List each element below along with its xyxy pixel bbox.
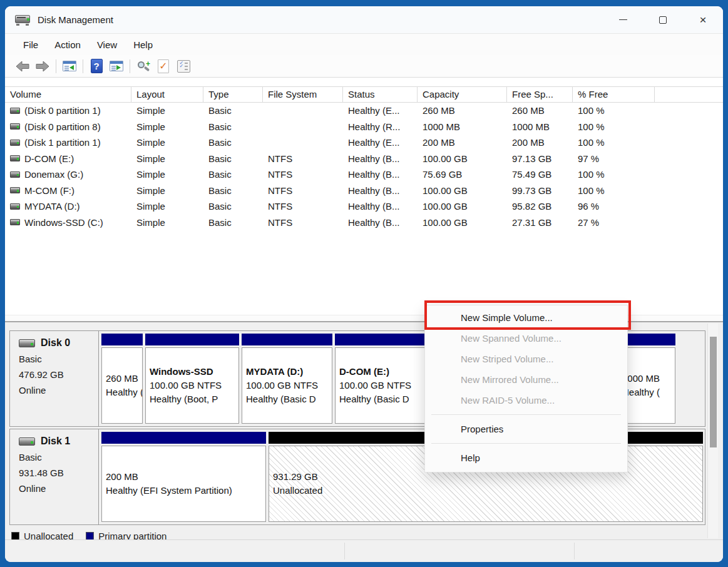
table-row[interactable]: (Disk 1 partition 1)SimpleBasicHealthy (… bbox=[5, 135, 723, 151]
rescan-disks-button[interactable]: + bbox=[133, 58, 153, 75]
column-header-type[interactable]: Type bbox=[203, 87, 263, 102]
volume-drive-icon bbox=[10, 155, 20, 161]
menu-action[interactable]: Action bbox=[46, 34, 89, 55]
cell-volume: (Disk 1 partition 1) bbox=[5, 137, 131, 148]
partition-header-bar bbox=[101, 334, 143, 345]
partition-mydata-d-[interactable]: MYDATA (D:)100.00 GB NTFSHealthy (Basic … bbox=[242, 334, 332, 424]
table-row[interactable]: (Disk 0 partition 8)SimpleBasicHealthy (… bbox=[5, 119, 723, 135]
partition-body: D-COM (E:)100.00 GB NTFSHealthy (Basic D bbox=[335, 347, 426, 424]
menu-file[interactable]: File bbox=[15, 34, 46, 55]
partition-size: 100.00 GB NTFS bbox=[150, 379, 222, 392]
cell-layout: Simple bbox=[131, 121, 203, 132]
volume-table-header: VolumeLayoutTypeFile SystemStatusCapacit… bbox=[5, 86, 723, 103]
cell-pct_free: 27 % bbox=[573, 217, 655, 228]
check-document-button[interactable]: ✓ bbox=[153, 58, 173, 75]
show-console-tree-button[interactable] bbox=[59, 58, 79, 75]
volume-name: Donemax (G:) bbox=[24, 169, 83, 180]
context-menu-item-properties[interactable]: Properties bbox=[425, 419, 627, 439]
partition-status: Healthy (EFI Sys bbox=[106, 386, 143, 399]
cell-free: 97.13 GB bbox=[507, 153, 573, 164]
minimize-icon bbox=[619, 19, 627, 20]
show-action-pane-button[interactable] bbox=[106, 58, 126, 75]
disk-icon bbox=[19, 437, 35, 446]
cell-type: Basic bbox=[203, 169, 263, 180]
disk-status: Online bbox=[19, 382, 98, 398]
cell-status: Healthy (E... bbox=[343, 105, 418, 116]
volume-drive-icon bbox=[10, 171, 20, 178]
cell-layout: Simple bbox=[131, 153, 203, 164]
partition-size: 1000 MB bbox=[622, 372, 660, 386]
cell-capacity: 100.00 GB bbox=[418, 201, 507, 212]
column-header-file-system[interactable]: File System bbox=[263, 87, 343, 102]
cell-fs: NTFS bbox=[263, 217, 343, 228]
cell-free: 260 MB bbox=[507, 105, 573, 116]
check-document-icon: ✓ bbox=[158, 59, 169, 73]
cell-volume: M-COM (F:) bbox=[5, 185, 131, 196]
partition-status: Unallocated bbox=[273, 484, 322, 498]
cell-layout: Simple bbox=[131, 137, 203, 148]
partition-260-mb[interactable]: 260 MBHealthy (EFI Sys bbox=[101, 334, 143, 424]
scrollbar-thumb[interactable] bbox=[710, 337, 717, 447]
help-button[interactable]: ? bbox=[86, 58, 106, 75]
context-menu-separator bbox=[431, 443, 621, 444]
partition-header-bar bbox=[145, 334, 239, 345]
cell-volume: Donemax (G:) bbox=[5, 169, 131, 180]
cell-pct_free: 100 % bbox=[573, 105, 655, 116]
partition-size: 200 MB bbox=[106, 470, 232, 484]
column-header-status[interactable]: Status bbox=[343, 87, 418, 102]
table-row[interactable]: Windows-SSD (C:)SimpleBasicNTFSHealthy (… bbox=[5, 215, 723, 231]
menu-help[interactable]: Help bbox=[125, 34, 161, 55]
table-row[interactable]: MYDATA (D:)SimpleBasicNTFSHealthy (B...1… bbox=[5, 198, 723, 215]
minimize-button[interactable] bbox=[603, 6, 643, 33]
forward-button[interactable] bbox=[33, 58, 53, 75]
table-row[interactable]: (Disk 0 partition 1)SimpleBasicHealthy (… bbox=[5, 103, 723, 119]
cell-volume: Windows-SSD (C:) bbox=[5, 217, 131, 228]
close-button[interactable]: × bbox=[683, 6, 723, 33]
back-arrow-icon bbox=[15, 59, 30, 73]
cell-type: Basic bbox=[203, 137, 263, 148]
statusbar-divider bbox=[574, 543, 575, 559]
volume-drive-icon bbox=[10, 187, 20, 193]
partition-status: Healthy (Basic D bbox=[339, 392, 411, 406]
column-header-layout[interactable]: Layout bbox=[131, 87, 203, 102]
partition-windows-ssd[interactable]: Windows-SSD100.00 GB NTFSHealthy (Boot, … bbox=[145, 334, 239, 424]
context-menu-item-help[interactable]: Help bbox=[425, 447, 627, 468]
cell-status: Healthy (R... bbox=[343, 121, 418, 132]
disk-label-0[interactable]: Disk 0Basic476.92 GBOnline bbox=[10, 331, 99, 426]
statusbar-divider bbox=[344, 543, 345, 559]
table-row[interactable]: Donemax (G:)SimpleBasicNTFSHealthy (B...… bbox=[5, 166, 723, 183]
disk-management-window: Disk Management × FileActionViewHelp bbox=[5, 6, 723, 562]
table-row[interactable]: D-COM (E:)SimpleBasicNTFSHealthy (B...10… bbox=[5, 151, 723, 167]
toolbar-separator bbox=[56, 59, 56, 73]
partition-d-com-e-[interactable]: D-COM (E:)100.00 GB NTFSHealthy (Basic D bbox=[335, 334, 426, 424]
context-menu-separator bbox=[431, 414, 621, 415]
maximize-icon bbox=[659, 16, 667, 24]
menu-view[interactable]: View bbox=[89, 34, 125, 55]
column-header--free[interactable]: % Free bbox=[573, 87, 655, 102]
column-header-capacity[interactable]: Capacity bbox=[418, 87, 507, 102]
volume-drive-icon bbox=[10, 123, 20, 130]
partition-200-mb[interactable]: 200 MBHealthy (EFI System Partition) bbox=[101, 432, 266, 522]
disk-kind: Basic bbox=[19, 449, 98, 465]
partition-text: MYDATA (D:)100.00 GB NTFSHealthy (Basic … bbox=[246, 365, 318, 406]
maximize-button[interactable] bbox=[643, 6, 683, 33]
volume-name: (Disk 1 partition 1) bbox=[24, 137, 101, 148]
back-button[interactable] bbox=[13, 58, 33, 75]
context-menu-item-new-simple-volume[interactable]: New Simple Volume... bbox=[425, 307, 627, 328]
volume-list-pane: VolumeLayoutTypeFile SystemStatusCapacit… bbox=[5, 78, 723, 315]
partition-text: D-COM (E:)100.00 GB NTFSHealthy (Basic D bbox=[339, 365, 411, 406]
cell-volume: (Disk 0 partition 1) bbox=[5, 105, 131, 116]
volume-name: (Disk 0 partition 1) bbox=[24, 105, 101, 116]
volume-drive-icon bbox=[10, 203, 20, 210]
magnifier-icon: + bbox=[136, 59, 150, 73]
partition-area-filler bbox=[678, 334, 703, 424]
forward-arrow-icon bbox=[35, 59, 50, 73]
disk-name: Disk 0 bbox=[41, 337, 70, 349]
disk-label-1[interactable]: Disk 1Basic931.48 GBOnline bbox=[10, 429, 99, 524]
column-header-free-sp-[interactable]: Free Sp... bbox=[507, 87, 573, 102]
checklist-button[interactable]: ✓ ✓ ✓ bbox=[173, 58, 193, 75]
table-row[interactable]: M-COM (F:)SimpleBasicNTFSHealthy (B...10… bbox=[5, 183, 723, 199]
vertical-scrollbar[interactable] bbox=[707, 324, 718, 538]
context-menu-item-new-raid-5-volume: New RAID-5 Volume... bbox=[425, 390, 627, 411]
column-header-volume[interactable]: Volume bbox=[5, 87, 131, 102]
